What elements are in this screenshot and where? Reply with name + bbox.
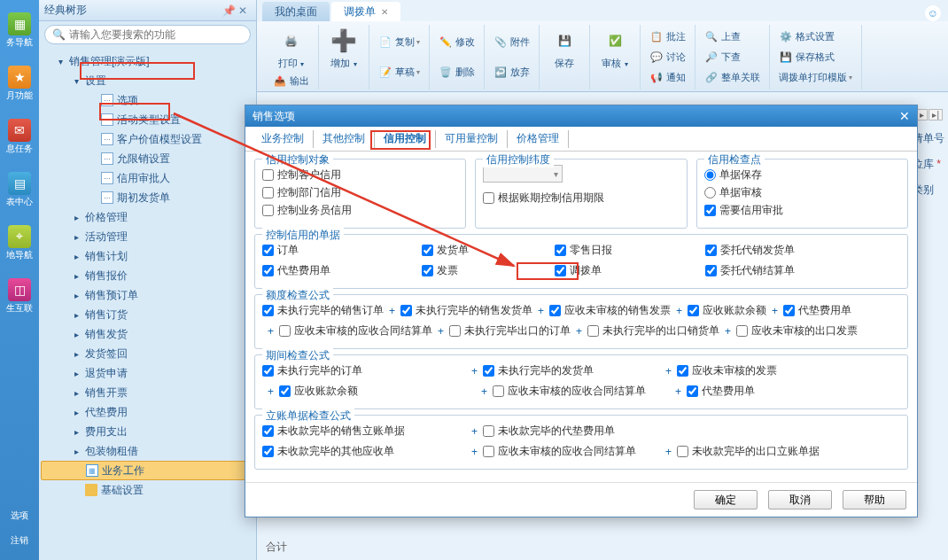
leftnav-item-5[interactable]: ◫生互联 [2,269,37,321]
save-format-button[interactable]: 💾保存格式 [777,49,836,66]
chk-retail-daily[interactable]: 零售日报 [555,243,705,258]
chk-q2[interactable]: 未执行完毕的销售发货单 [400,303,532,318]
tree-expense[interactable]: ▸费用支出 [41,422,254,441]
chk-p5[interactable]: 应收未审核的应收合同结算单 [493,384,670,399]
chk-b4[interactable]: 应收未审核的应收合同结算单 [483,444,660,459]
chk-account-period[interactable]: 根据账期控制信用期限 [483,191,679,206]
search-input[interactable] [69,28,243,41]
tree-price-mgmt[interactable]: ▸价格管理 [41,207,254,227]
chk-need-credit-approval[interactable]: 需要信用审批 [704,203,900,218]
chk-salesman-credit[interactable]: 控制业务员信用 [262,203,458,218]
tree-base-settings[interactable]: 基础设置 [41,480,254,500]
doc-relation-button[interactable]: 🔗整单关联 [703,69,762,87]
chk-p1[interactable]: 未执行完毕的订单 [262,363,466,378]
tree-activity-mgmt[interactable]: ▸活动管理 [41,227,254,246]
chk-b5[interactable]: 未收款完毕的出口立账单据 [677,444,820,459]
chk-q4[interactable]: 应收账款余额 [688,303,766,318]
tree-root-sales[interactable]: ▾销售管理[演示版] [41,51,254,71]
chk-invoice[interactable]: 发票 [422,263,555,278]
chk-consign-settlement[interactable]: 委托代销结算单 [705,263,856,278]
tree-initial-delivery[interactable]: ⋯期初发货单 [41,188,254,207]
chk-q9[interactable]: 应收未审核的出口发票 [736,323,858,338]
chk-consign-delivery[interactable]: 委托代销发货单 [705,243,856,258]
leftnav-item-3[interactable]: ▤表中心 [2,163,37,214]
modify-button[interactable]: ✏️修改 [437,33,477,51]
leftnav-item-1[interactable]: ★月功能 [2,57,37,108]
chk-p3[interactable]: 应收未审核的发票 [677,363,777,378]
draft-button[interactable]: 📝草稿▾ [377,64,422,82]
audit-button[interactable]: ✅审核 ▾ [597,25,633,72]
chk-advance-fee-doc[interactable]: 代垫费用单 [262,263,422,278]
chk-q5[interactable]: 代垫费用单 [783,303,851,318]
leftnav-item-2[interactable]: ✉息任务 [2,110,37,161]
tree-sales-plan[interactable]: ▸销售计划 [41,246,254,266]
save-button[interactable]: 💾保存 [547,25,582,72]
dtab-biz-control[interactable]: 业务控制 [253,130,314,148]
tab-desktop[interactable]: 我的桌面 [262,2,330,21]
attach-button[interactable]: 📎附件 [492,33,532,51]
cancel-button[interactable]: 取消 [768,490,832,509]
chk-q6[interactable]: 应收未审核的应收合同结算单 [279,323,432,338]
chk-p4[interactable]: 应收账款余额 [279,384,476,399]
add-button[interactable]: ➕增加 ▾ [326,25,361,72]
chk-p2[interactable]: 未执行完毕的发货单 [483,363,660,378]
dialog-close-icon[interactable]: ✕ [899,109,910,123]
chk-q7[interactable]: 未执行完毕出口的订单 [449,323,571,338]
leftnav-options[interactable]: 选项 [2,503,37,526]
delete-button[interactable]: 🗑️删除 [437,64,477,82]
chk-customer-credit[interactable]: 控制客户信用 [262,167,458,183]
tree-delivery-return[interactable]: ▸发货签回 [41,344,254,363]
side-search[interactable]: 🔍 [44,25,251,44]
dtab-credit-control[interactable]: 信用控制 [375,130,436,148]
chk-b2[interactable]: 未收款完毕的代垫费用单 [483,424,660,439]
dialog-titlebar[interactable]: 销售选项 ✕ [245,105,917,127]
format-button[interactable]: ⚙️格式设置 [777,28,836,46]
tree-return-request[interactable]: ▸退货申请 [41,363,254,383]
tab-transfer-order[interactable]: 调拨单✕ [331,2,400,21]
pin-icon[interactable]: 📌 [222,4,235,17]
tree-options[interactable]: ⋯选项 [41,90,254,110]
dtab-price-mgmt[interactable]: 价格管理 [508,130,569,148]
leftnav-logout[interactable]: 注销 [2,528,37,551]
chk-p6[interactable]: 代垫费用单 [687,384,755,399]
tree-customer-value[interactable]: ⋯客户价值模型设置 [41,129,254,149]
radio-doc-audit[interactable]: 单据审核 [704,185,900,200]
chk-b3[interactable]: 未收款完毕的其他应收单 [262,444,466,459]
print-button[interactable]: 🖨️打印 ▾ [274,25,309,72]
tree-activity-type[interactable]: ⋯活动类型设置 [41,110,254,129]
batch-note-button[interactable]: 📋批注 [648,28,688,46]
discuss-button[interactable]: 💬讨论 [648,49,688,66]
chk-dept-credit[interactable]: 控制部门信用 [262,185,458,200]
tree-sales-quote[interactable]: ▸销售报价 [41,266,254,285]
ok-button[interactable]: 确定 [694,490,758,509]
dtab-other-control[interactable]: 其他控制 [314,130,375,148]
chk-q3[interactable]: 应收未审核的销售发票 [549,303,671,318]
abandon-button[interactable]: ↩️放弃 [492,64,532,82]
down-check-button[interactable]: 🔎下查 [703,49,742,66]
print-template-button[interactable]: 调拨单打印模版▾ [777,69,854,87]
tree-sales-invoice[interactable]: ▸销售开票 [41,383,254,402]
output-button[interactable]: 📤输出 [271,72,311,89]
radio-doc-save[interactable]: 单据保存 [704,167,900,183]
credit-dim-select[interactable]: ▾ [483,165,563,183]
chk-q1[interactable]: 未执行完毕的销售订单 [262,303,384,318]
up-check-button[interactable]: 🔍上查 [703,28,742,46]
nav-next-icon[interactable]: ▸ [916,109,928,121]
close-panel-icon[interactable]: ✕ [238,4,251,17]
user-icon[interactable]: ☺ [925,5,941,21]
help-button[interactable]: 帮助 [843,490,906,509]
tree-packaging[interactable]: ▸包装物租借 [41,441,254,461]
copy-button[interactable]: 📄复制▾ [377,33,422,51]
chk-transfer-order[interactable]: 调拨单 [555,263,705,278]
tree-sales-order[interactable]: ▸销售订货 [41,305,254,324]
tree-allow-limit[interactable]: ⋯允限销设置 [41,149,254,168]
chk-delivery-doc[interactable]: 发货单 [422,243,555,258]
tree-sales-preorder[interactable]: ▸销售预订单 [41,285,254,305]
tab-close-icon[interactable]: ✕ [381,7,388,17]
tree-credit-approver[interactable]: ⋯信用审批人 [41,168,254,188]
leftnav-item-0[interactable]: ▦务导航 [2,4,37,55]
nav-last-icon[interactable]: ▸| [929,109,943,121]
chk-b1[interactable]: 未收款完毕的销售立账单据 [262,424,466,439]
leftnav-item-4[interactable]: ⌖地导航 [2,216,37,268]
tree-settings[interactable]: ▾设置 [41,71,254,90]
